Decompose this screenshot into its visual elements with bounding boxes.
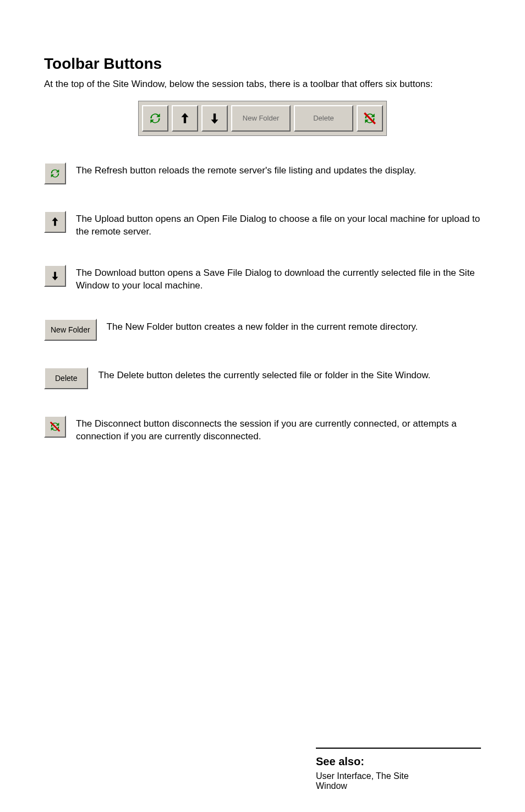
item-refresh: The Refresh button reloads the remote se… xyxy=(44,162,481,184)
see-also-divider xyxy=(316,748,481,749)
item-new-folder-desc: The New Folder button creates a new fold… xyxy=(107,319,481,334)
item-upload-desc: The Upload button opens an Open File Dia… xyxy=(76,211,481,238)
refresh-icon xyxy=(49,167,61,179)
sample-download-button[interactable] xyxy=(44,265,66,287)
arrow-down-icon xyxy=(49,270,61,282)
see-also-line2: Window xyxy=(316,781,481,791)
disconnect-icon xyxy=(363,111,377,126)
sample-disconnect-button[interactable] xyxy=(44,416,66,438)
sample-upload-button[interactable] xyxy=(44,211,66,233)
sample-refresh-button[interactable] xyxy=(44,162,66,184)
arrow-up-icon xyxy=(178,111,192,126)
arrow-down-icon xyxy=(207,111,222,126)
toolbar-upload-button[interactable] xyxy=(172,105,198,132)
toolbar-download-button[interactable] xyxy=(201,105,228,132)
toolbar-disconnect-button[interactable] xyxy=(357,105,383,132)
item-refresh-desc: The Refresh button reloads the remote se… xyxy=(76,162,481,177)
see-also-box: See also: User Interface, The Site Windo… xyxy=(316,748,481,791)
page: Toolbar Buttons At the top of the Site W… xyxy=(0,0,525,812)
item-delete: Delete The Delete button deletes the cur… xyxy=(44,367,481,389)
toolbar: New Folder Delete xyxy=(138,101,387,136)
item-download-desc: The Download button opens a Save File Di… xyxy=(76,265,481,292)
item-disconnect-desc: The Disconnect button disconnects the se… xyxy=(76,416,481,443)
item-upload: The Upload button opens an Open File Dia… xyxy=(44,211,481,238)
item-disconnect: The Disconnect button disconnects the se… xyxy=(44,416,481,443)
sample-new-folder-label: New Folder xyxy=(51,325,90,334)
sample-new-folder-button[interactable]: New Folder xyxy=(44,319,97,341)
see-also-title: See also: xyxy=(316,755,481,768)
disconnect-icon xyxy=(49,421,61,433)
item-delete-desc: The Delete button deletes the currently … xyxy=(98,367,481,382)
sample-delete-label: Delete xyxy=(55,374,77,383)
toolbar-new-folder-button[interactable]: New Folder xyxy=(231,105,291,132)
item-download: The Download button opens a Save File Di… xyxy=(44,265,481,292)
sample-delete-button[interactable]: Delete xyxy=(44,367,88,389)
toolbar-delete-button[interactable]: Delete xyxy=(294,105,353,132)
arrow-up-icon xyxy=(49,216,61,228)
toolbar-delete-label: Delete xyxy=(313,114,334,122)
toolbar-refresh-button[interactable] xyxy=(142,105,168,132)
section-title: Toolbar Buttons xyxy=(44,55,481,73)
intro-text: At the top of the Site Window, below the… xyxy=(44,78,481,91)
item-new-folder: New Folder The New Folder button creates… xyxy=(44,319,481,341)
toolbar-new-folder-label: New Folder xyxy=(243,114,279,122)
refresh-icon xyxy=(148,111,162,126)
see-also-line1: User Interface, The Site xyxy=(316,771,481,781)
